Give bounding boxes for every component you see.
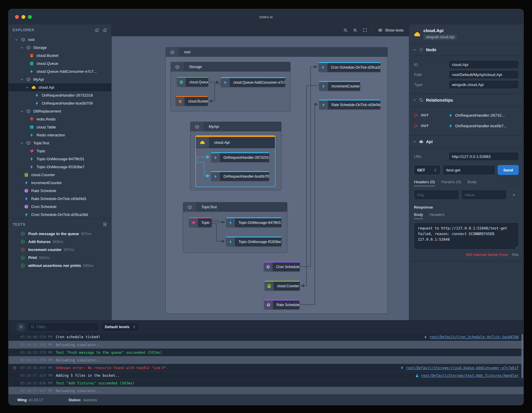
show-tests-toggle[interactable]: Show tests (378, 28, 404, 32)
minimize-button[interactable] (21, 15, 25, 19)
chevron-down-icon[interactable] (19, 46, 24, 49)
queue-icon (177, 78, 186, 87)
tree-item-redis-redis[interactable]: redis.Redis (9, 115, 111, 123)
chevron-down-icon[interactable] (19, 141, 24, 145)
zoom-in-icon[interactable] (353, 28, 357, 32)
tree-item-topic-onmessage-f0283be7[interactable]: Topic-OnMessage-f0283be7 (9, 163, 111, 171)
log-scrollbar[interactable] (521, 334, 523, 378)
tree-item-myapi[interactable]: MyApi (9, 75, 111, 83)
tree-item-cron-schedule-ontick-d29ca28d[interactable]: Cron Schedule-OnTick-d29ca28d (9, 211, 111, 219)
tree-item-topic-onmessage-6479fc51[interactable]: Topic-OnMessage-6479fc51 (9, 155, 111, 163)
cube-icon (171, 62, 184, 72)
chevron-down-icon[interactable] (19, 110, 24, 113)
api-url-value[interactable]: http://127.0.0.1:52883 (449, 152, 519, 161)
tab-headers-0[interactable]: Headers (0) (414, 180, 435, 186)
close-button[interactable] (15, 15, 19, 19)
relationships-section-header[interactable]: Relationships (409, 94, 523, 106)
header-value-input[interactable] (461, 190, 507, 200)
canvas-node-incrementcounter[interactable]: IncrementCounter (319, 81, 360, 91)
tree-item-cloud-bucket[interactable]: cloud.Bucket (9, 52, 111, 60)
header-key-input[interactable] (414, 190, 459, 200)
log-resource-link[interactable]: root/Default/Storage/test:Add_fixtures/H… (421, 374, 519, 378)
test-item-without-assertions-nor-prints[interactable]: without assertions nor prints530ms (9, 262, 111, 270)
tree-item-rate-schedule[interactable]: Rate Schedule (9, 187, 111, 195)
canvas-node-rate-schedule-ontick-c63ef4d1[interactable]: Rate Schedule-OnTick-c63ef4d1 (319, 100, 380, 109)
collapse-all-icon[interactable] (95, 28, 99, 32)
response-body[interactable]: request to http://127.0.0.1:52848/test-g… (414, 222, 519, 250)
chevron-down-icon[interactable] (14, 38, 19, 42)
tree-item-label: cloud.Api (39, 85, 54, 90)
canvas-node-topic-onmessage-6479fc51[interactable]: Topic-OnMessage-6479fc51 (226, 217, 281, 227)
request-path-input[interactable] (443, 165, 495, 175)
api-section-header[interactable]: Api (409, 136, 523, 148)
test-item-print[interactable]: Print542ms (9, 254, 111, 262)
log-resource-link[interactable]: root/Default/Storage/cloud.Queue-AddCons… (406, 366, 519, 370)
chevron-down-icon[interactable] (19, 78, 24, 81)
canvas-node-cloud-counter[interactable]: cloud.Counter (265, 281, 300, 290)
expand-all-icon[interactable] (103, 28, 107, 32)
relationship-row[interactable]: OUTOnRequestHandler-26732... (414, 110, 519, 120)
tree-item-cloud-api[interactable]: cloud.Api (9, 83, 111, 91)
tab-params-0[interactable]: Params (0) (441, 180, 461, 186)
canvas-node-onrequesthandler-26732316[interactable]: OnRequestHandler-26732316 (211, 152, 269, 162)
tree-item-topic[interactable]: Topic (9, 147, 111, 155)
node-label: Topic (198, 218, 212, 227)
method-select[interactable]: GET (414, 165, 440, 175)
tree-item-cron-schedule[interactable]: Cron Schedule (9, 203, 111, 211)
field-value[interactable]: root/Default/MyApi/cloud.Api (449, 70, 519, 79)
log-levels-value: Default levels (105, 325, 130, 329)
zoom-out-icon[interactable] (343, 28, 348, 32)
node-label: cloud.Queue-AddConsumer-e7c7ab1f (230, 78, 285, 87)
tree-item-onrequesthandler-bce5b709[interactable]: OnRequestHandler-bce5b709 (9, 99, 111, 107)
test-item-increment-counter[interactable]: Increment counter537ms (9, 246, 111, 254)
tab-body[interactable]: Body (468, 180, 477, 186)
log-resource-link[interactable]: root/Default/Cron_Schedule-OnTick-3ac8d7… (430, 335, 519, 339)
tab-body[interactable]: Body (414, 212, 423, 219)
relationship-row[interactable]: OUTOnRequestHandler-bce5b7... (414, 120, 519, 131)
send-button[interactable]: Send (498, 165, 519, 175)
tree-item-rate-schedule-ontick-c63ef4d1[interactable]: Rate Schedule-OnTick-c63ef4d1 (9, 195, 111, 203)
log-filter-input[interactable] (37, 325, 96, 329)
add-header-button[interactable] (509, 190, 519, 200)
canvas-node-cloud-queue[interactable]: cloud.Queue (177, 77, 208, 87)
clear-logs-button[interactable] (17, 323, 25, 331)
field-value[interactable]: wingsdk.cloud.Api (449, 80, 519, 89)
fit-screen-icon[interactable] (363, 28, 367, 32)
tree-item-cloud-queue-addconsumer-e7c7[interactable]: cloud.Queue-AddConsumer-e7c7... (9, 67, 111, 75)
tree-item-label: OnRequestHandler-26732316 (42, 93, 93, 98)
status-label: Status: (69, 398, 82, 402)
node-label: cloud.Counter (274, 282, 300, 290)
test-item-push-message-to-the-queue[interactable]: Push message to the queue557ms (9, 230, 111, 238)
canvas-node-cloud-queue-addconsumer-e7c7ab1f[interactable]: cloud.Queue-AddConsumer-e7c7ab1f (221, 77, 285, 87)
canvas-node-cron-schedule[interactable]: Cron Schedule (264, 262, 300, 271)
explorer-tree: rootStoragecloud.Bucketcloud.Queuecloud.… (9, 36, 111, 219)
tree-item-dbreplacement[interactable]: DBReplacement (9, 107, 111, 115)
canvas-node-cloud-bucket[interactable]: cloud.Bucket (176, 96, 208, 106)
tree-item-root[interactable]: root (9, 36, 111, 44)
canvas-node-topic[interactable]: Topic (189, 217, 212, 227)
tree-item-redis-interaction[interactable]: Redis interaction (9, 131, 111, 139)
field-value[interactable]: cloud.Api (449, 60, 519, 69)
tree-item-cloud-queue[interactable]: cloud.Queue (9, 60, 111, 67)
chevron-down-icon[interactable] (24, 86, 29, 89)
app-name: Wing (17, 398, 27, 402)
log-levels-select[interactable]: Default levels (102, 323, 139, 331)
canvas-node-cron-schedule-ontick-d29ca28d[interactable]: Cron Schedule-OnTick-d29ca28d (319, 62, 380, 72)
resource-map[interactable]: rootStorageMyApiTopicTestcloud.Apicloud.… (112, 36, 409, 320)
test-item-add-fixtures[interactable]: Add fixtures563ms (9, 238, 111, 246)
tree-item-onrequesthandler-26732316[interactable]: OnRequestHandler-26732316 (9, 91, 111, 99)
canvas-node-onrequesthandler-bce5b709[interactable]: OnRequestHandler-bce5b709 (211, 171, 269, 181)
run-all-tests-icon[interactable] (103, 222, 107, 227)
tree-item-cloud-table[interactable]: cloud.Table (9, 123, 111, 131)
node-section-header[interactable]: Node (409, 44, 523, 56)
tree-item-cloud-counter[interactable]: cloud.Counter (9, 171, 111, 179)
tree-item-storage[interactable]: Storage (9, 44, 111, 52)
maximize-button[interactable] (28, 15, 32, 19)
log-timestamp: 03:26:57.637 PM (20, 389, 52, 393)
tree-item-topictest[interactable]: TopicTest (9, 139, 111, 147)
tab-headers[interactable]: Headers (430, 212, 445, 219)
bolt-icon (24, 181, 29, 185)
tree-item-incrementcounter[interactable]: IncrementCounter (9, 179, 111, 187)
canvas-node-rate-schedule[interactable]: Rate Schedule (264, 300, 299, 309)
canvas-node-topic-onmessage-f0283be7[interactable]: Topic-OnMessage-f0283be7 (226, 237, 281, 246)
